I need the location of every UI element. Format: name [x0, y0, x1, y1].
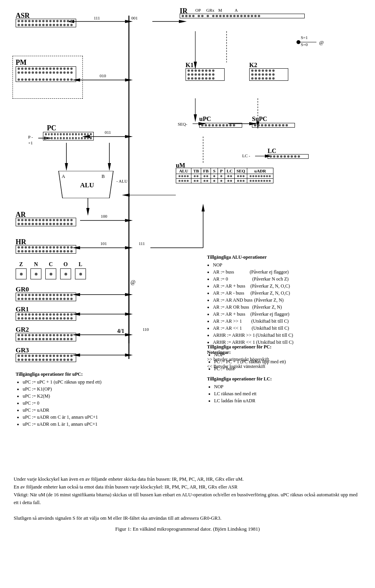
gr3-label: GR3: [16, 346, 29, 354]
supc-label: SuPC: [252, 115, 267, 123]
ar-dots-row2: [16, 222, 76, 226]
svg-text:100: 100: [101, 214, 107, 219]
svg-text:@: @: [130, 279, 136, 285]
svg-text:111: 111: [94, 16, 100, 20]
svg-text:101: 101: [100, 241, 107, 246]
svg-marker-34: [202, 204, 205, 211]
lc-ops-list: NOP LC räknas ned med ett LC laddas från…: [214, 383, 355, 404]
lc-register: [268, 154, 309, 159]
flag-l-box: [75, 268, 86, 279]
svg-text:LC -: LC -: [242, 153, 250, 158]
um-table-container: ALU TB FB S P LC SEQ uADR: [176, 168, 273, 183]
pc-dots-row2: [43, 136, 93, 140]
svg-marker-29: [125, 246, 133, 249]
pc-ops-list: NOP PC := PC + 1 (PC räknas upp med ett)…: [214, 351, 355, 372]
upc-op-5: uPC := uADR om C är 1, annars uPC+1: [23, 414, 148, 421]
um-col-s: S: [211, 168, 218, 174]
alu-op-5: AR := AR AND buss(Påverkar Z, N): [213, 297, 367, 304]
ir-fields: OP GRx M A: [188, 8, 238, 12]
svg-point-58: [296, 40, 300, 44]
alu-op-2: AR := 0(Påverkar N och Z): [213, 275, 367, 282]
lc-ops-title: Tillgängliga operationer för LC:: [207, 375, 355, 382]
pc-register: [43, 132, 94, 140]
flag-z-box: [16, 268, 27, 279]
gr1-dots-row2: [16, 316, 76, 320]
svg-marker-75: [122, 194, 130, 197]
um-col-alu: ALU: [176, 168, 191, 174]
alu-ops-title: Tillgängliga ALU-operationer: [207, 254, 367, 261]
pc-label: PC: [47, 124, 56, 132]
um-table: ALU TB FB S P LC SEQ uADR: [176, 168, 273, 183]
upc-ops-title: Tillgängliga operationer för uPC:: [16, 371, 148, 378]
svg-marker-12: [125, 135, 133, 138]
flag-n-label: N: [34, 261, 38, 268]
asr-dots-row2: [16, 23, 76, 27]
um-row2: [176, 179, 273, 183]
k2-label: K2: [249, 62, 257, 69]
k2-dots-row1: [250, 69, 288, 73]
alu-op-6: AR := AR OR buss(Påverkar Z, N): [213, 304, 367, 311]
gr0-label: GR0: [16, 286, 29, 293]
svg-text:B: B: [102, 174, 105, 179]
ir-op: OP: [195, 8, 201, 12]
bottom-p1: Under varje klockcykel kan även en av fö…: [14, 475, 361, 483]
svg-text:@: @: [319, 39, 324, 45]
flag-o-label: O: [64, 261, 68, 268]
gr2-dots-row2: [16, 337, 76, 341]
upc-dots-row1: [200, 123, 242, 127]
upc-label: uPC: [199, 115, 211, 123]
um-col-uadr: uADR: [247, 168, 273, 174]
svg-marker-25: [125, 219, 133, 222]
hr-register: [16, 245, 76, 254]
lc-dots-row1: [268, 155, 308, 158]
alu-op-8: AR := AR >> 1(Utskiftad bit till C): [213, 318, 367, 325]
svg-text:P -: P -: [28, 135, 33, 139]
flag-z-label: Z: [19, 261, 23, 268]
um-col-seq: SEQ: [235, 168, 247, 174]
um-row1: [176, 174, 273, 179]
svg-text:+1: +1: [28, 140, 33, 145]
pc-ops-title: Tillgängliga operationer för PC:: [207, 343, 355, 350]
svg-marker-37: [125, 293, 133, 296]
lc-op-0: NOP: [214, 383, 355, 390]
gr0-dots-row1: [16, 293, 76, 297]
alu-op-10: ARHR := ARHR >> 1(Utskiftad bit till C): [213, 332, 367, 339]
k1-register: [186, 68, 225, 81]
flag-l-label: L: [79, 261, 82, 268]
gr3-register: [16, 354, 76, 362]
upc-op-4: uPC := uADR: [23, 407, 148, 414]
k1-dots-row1: [186, 69, 224, 73]
svg-text:S=0: S=0: [301, 42, 308, 47]
lc-operations-section: Tillgängliga operationer för LC: NOP LC …: [207, 375, 355, 404]
alu-op-1: AR := buss(Påverkar ej flaggor): [213, 268, 367, 275]
svg-text:111: 111: [139, 241, 145, 246]
gr2-label: GR2: [16, 326, 29, 334]
alu-shape: ALU A B: [55, 171, 117, 200]
svg-marker-3: [125, 20, 133, 23]
k2-dots-row2: [250, 73, 288, 76]
alu-op-3: AR := AR + buss(Påverkar Z, N, O,C): [213, 282, 367, 290]
svg-text:011: 011: [105, 130, 111, 135]
pm-dots-row3: [16, 78, 76, 82]
flag-c-label: C: [49, 261, 53, 268]
ar-dots-row1: [16, 218, 76, 222]
svg-marker-40: [125, 313, 133, 316]
svg-text:- ALU: - ALU: [116, 179, 127, 183]
upc-op-1: uPC := K1(OP): [23, 385, 148, 393]
upc-op-3: uPC := 0: [23, 400, 148, 407]
um-col-lc: LC: [225, 168, 235, 174]
gr3-dots-row1: [16, 354, 76, 358]
ir-register: [180, 14, 305, 18]
lc-op-1: LC räknas ned med ett: [214, 390, 355, 397]
um-col-p: P: [218, 168, 225, 174]
supc-dots-row1: [252, 123, 295, 127]
gr1-dots-row1: [16, 313, 76, 316]
svg-marker-8: [125, 78, 133, 82]
gr2-dots-row1: [16, 333, 76, 337]
figure-caption: Figur 1: En välkänd mikroprogrammerad da…: [8, 526, 367, 532]
ir-grx: GRx: [206, 8, 214, 12]
diagram: 111 001 010 011 P - +1: [8, 4, 367, 472]
svg-marker-52: [179, 20, 187, 23]
hr-dots-row1: [16, 245, 76, 249]
gr0-register: [16, 293, 76, 301]
